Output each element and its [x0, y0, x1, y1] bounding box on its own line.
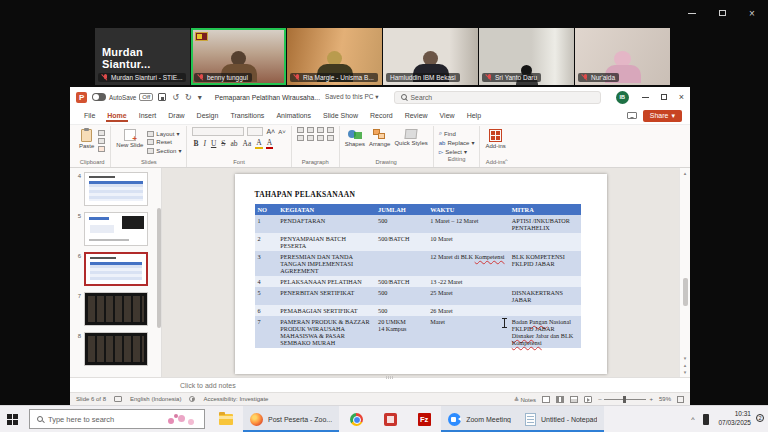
red-app-button[interactable] [373, 406, 407, 432]
table-cell[interactable]: 3 [255, 251, 278, 276]
strikethrough-button[interactable]: S [220, 139, 226, 148]
table-row[interactable]: 3PERESMIAN DAN TANDA TANGAN IMPLEMENTASI… [255, 251, 581, 276]
table-cell[interactable]: PENERBITAN SERTIFIKAT [277, 287, 375, 305]
table-cell[interactable]: APTISI /INKUBATOR PENTAHELIX [509, 215, 581, 233]
slide-editor-area[interactable]: TAHAPAN PELAKSANAAN NOKEGIATANJUMLAHWAKT… [162, 168, 679, 377]
menu-tab-home[interactable]: Home [101, 110, 132, 121]
table-cell[interactable]: PENDAFTARAN [277, 215, 375, 233]
table-cell[interactable] [509, 233, 581, 251]
saved-state[interactable]: Saved to this PC ▾ [325, 93, 379, 101]
ppt-close-icon[interactable]: × [679, 93, 684, 102]
maximize-icon[interactable] [714, 6, 730, 20]
highlight-color-icon[interactable]: A [255, 138, 262, 149]
align-center-icon[interactable] [307, 135, 314, 141]
language-indicator[interactable]: English (Indonesia) [130, 396, 181, 402]
accessibility-status[interactable]: Accessibility: Investigate [203, 396, 268, 402]
table-cell[interactable]: 6 [255, 305, 278, 316]
table-cell[interactable]: 500/BATCH [375, 233, 427, 251]
next-slide-icon[interactable]: ▾ [684, 369, 687, 375]
qat-dropdown-icon[interactable]: ▾ [198, 93, 202, 102]
table-row[interactable]: 4PELAKSANAAN PELATIHAN500/BATCH13 -22 Ma… [255, 276, 581, 287]
paste-button[interactable]: Paste [79, 127, 94, 149]
vertical-scrollbar[interactable]: ▴ ▾ ▴ ▾ [679, 168, 690, 377]
change-case-icon[interactable]: Aa [242, 139, 253, 148]
firefox-button[interactable]: Post Peserta - Zoo... [243, 406, 339, 432]
select-button[interactable]: ▻Select ▾ [439, 148, 475, 155]
participant-tile[interactable]: Nur'aida [575, 28, 670, 85]
redo-icon[interactable]: ↻ [185, 93, 192, 102]
slide-sorter-icon[interactable] [556, 396, 564, 403]
zoom-out-icon[interactable]: – [598, 396, 601, 402]
slide-canvas[interactable]: TAHAPAN PELAKSANAAN NOKEGIATANJUMLAHWAKT… [235, 174, 607, 374]
thumbnail-preview[interactable] [84, 332, 148, 366]
zoom-knob[interactable] [623, 396, 626, 403]
table-row[interactable]: 7PAMERAN PRODUK & BAZZAR PRODUK WIRAUSAH… [255, 316, 581, 348]
slide-thumbnail-5[interactable]: 5 [74, 212, 159, 246]
hidden-icons-chevron[interactable]: ^ [691, 416, 694, 423]
zoom-slider[interactable]: – + [598, 396, 653, 402]
format-painter-icon[interactable] [98, 146, 105, 152]
table-cell[interactable]: 500 [375, 287, 427, 305]
table-cell[interactable]: BLK KOMPETENSI FKLPID JABAR [509, 251, 581, 276]
replace-button[interactable]: abReplace ▾ [439, 139, 475, 146]
menu-tab-slide-show[interactable]: Slide Show [317, 110, 364, 121]
grow-font-icon[interactable]: A˄ [266, 128, 275, 135]
font-size-select[interactable] [247, 127, 263, 136]
shrink-font-icon[interactable]: A˅ [278, 129, 286, 135]
zoom-percent[interactable]: 59% [659, 396, 671, 402]
undo-icon[interactable]: ↺ [172, 93, 179, 102]
file-explorer-button[interactable] [209, 406, 243, 432]
search-input[interactable]: Search [394, 91, 601, 104]
arrange-button[interactable]: Arrange [369, 127, 390, 147]
shapes-button[interactable]: Shapes [345, 127, 365, 147]
slide-title[interactable]: TAHAPAN PELAKSANAAN [255, 190, 356, 199]
section-button[interactable]: Section ▾ [147, 147, 181, 154]
menu-tab-help[interactable]: Help [461, 110, 487, 121]
chrome-button[interactable] [339, 406, 373, 432]
scroll-down-icon[interactable]: ▾ [684, 355, 687, 361]
table-cell[interactable]: 500/BATCH [375, 276, 427, 287]
underline-button[interactable]: U [210, 139, 217, 148]
collapse-ribbon-icon[interactable]: ⌃ [504, 158, 509, 165]
quick-styles-button[interactable]: Quick Styles [394, 127, 427, 146]
italic-button[interactable]: I [202, 139, 207, 148]
table-cell[interactable]: DISNAKERTRANS JABAR [509, 287, 581, 305]
thumbnail-scrollbar[interactable] [157, 208, 161, 328]
numbering-icon[interactable] [307, 127, 314, 133]
table-cell[interactable]: 13 -22 Maret [427, 276, 509, 287]
table-cell[interactable]: Maret [427, 316, 509, 348]
slide-thumbnail-4[interactable]: 4 [74, 172, 159, 206]
taskbar-clock[interactable]: 10:31 07/03/2025 [718, 410, 751, 428]
slide-number-indicator[interactable]: Slide 6 of 8 [76, 396, 106, 402]
scroll-up-icon[interactable]: ▴ [684, 170, 687, 176]
toggle-icon[interactable] [92, 93, 106, 101]
bold-button[interactable]: B [192, 139, 199, 148]
slide-thumbnail-6[interactable]: 6 [74, 252, 159, 286]
start-button[interactable] [0, 406, 25, 432]
table-cell[interactable]: 2 [255, 233, 278, 251]
align-right-icon[interactable] [317, 135, 324, 141]
table-row[interactable]: 1PENDAFTARAN5001 Maret – 12 MaretAPTISI … [255, 215, 581, 233]
slide-table[interactable]: NOKEGIATANJUMLAHWAKTUMITRA 1PENDAFTARAN5… [255, 204, 581, 348]
table-cell[interactable]: 4 [255, 276, 278, 287]
justify-icon[interactable] [327, 135, 334, 141]
minimize-icon[interactable] [684, 6, 700, 20]
filezilla-button[interactable]: Fz [407, 406, 441, 432]
participant-tile[interactable]: Ria Margie - Unisma B... [287, 28, 382, 85]
normal-view-icon[interactable] [542, 396, 550, 403]
menu-tab-record[interactable]: Record [364, 110, 399, 121]
slideshow-icon[interactable] [584, 396, 592, 403]
ppt-minimize-icon[interactable] [642, 97, 649, 98]
find-button[interactable]: ⌕Find [439, 130, 475, 137]
table-row[interactable]: 2PENYAMPAIAN BATCH PESERTA500/BATCH10 Ma… [255, 233, 581, 251]
layout-button[interactable]: Layout ▾ [147, 130, 181, 137]
autosave-toggle[interactable]: AutoSave Off [92, 93, 153, 101]
table-cell[interactable]: 7 [255, 316, 278, 348]
table-cell[interactable]: PERESMIAN DAN TANDA TANGAN IMPLEMENTASI … [277, 251, 375, 276]
menu-tab-file[interactable]: File [78, 110, 101, 121]
comments-icon[interactable] [627, 112, 637, 119]
device-icon[interactable] [703, 414, 709, 425]
table-cell[interactable]: 500 [375, 215, 427, 233]
bullets-icon[interactable] [297, 127, 304, 133]
participant-tile[interactable]: benny tunggul [191, 28, 286, 85]
